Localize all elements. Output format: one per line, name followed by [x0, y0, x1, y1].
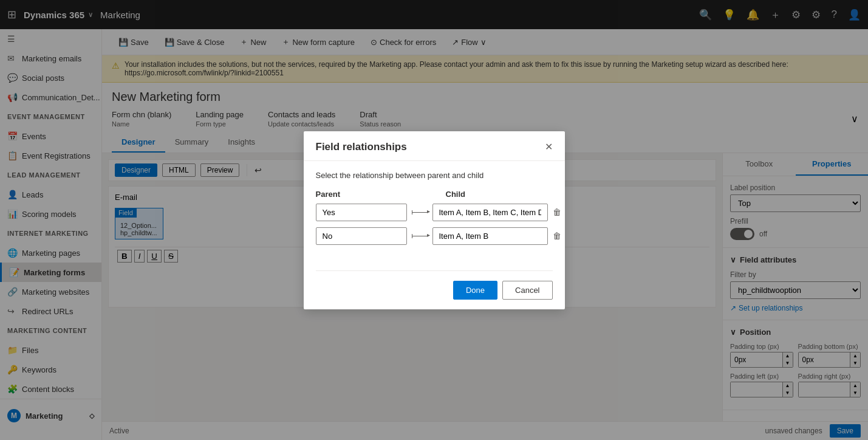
arrow-1 [412, 236, 428, 236]
modal-title: Field relationships [316, 141, 407, 153]
delete-spacer [535, 190, 553, 199]
arrow-line-1 [412, 236, 428, 236]
modal-divider [316, 270, 553, 271]
modal-overlay: Field relationships ✕ Select the relatio… [0, 0, 868, 440]
delete-row-1-button[interactable]: 🗑 [553, 231, 561, 241]
cancel-button[interactable]: Cancel [502, 281, 552, 300]
parent-header: Parent [316, 190, 413, 199]
arrow-line-0 [412, 212, 428, 213]
parent-input-0[interactable] [316, 204, 407, 221]
child-header: Child [446, 190, 530, 199]
arrow-0 [412, 212, 428, 213]
child-input-1[interactable] [432, 227, 548, 245]
delete-row-0-button[interactable]: 🗑 [553, 207, 561, 217]
arrow-spacer [418, 190, 441, 199]
modal-subtitle: Select the relationship between parent a… [316, 171, 553, 180]
relationship-row-1: 🗑 [316, 227, 553, 245]
modal-header: Field relationships ✕ [304, 131, 565, 161]
relationship-headers: Parent Child [316, 190, 553, 199]
parent-input-1[interactable] [316, 227, 407, 245]
modal-close-button[interactable]: ✕ [545, 141, 553, 153]
modal-body: Select the relationship between parent a… [304, 161, 565, 261]
field-relationships-modal: Field relationships ✕ Select the relatio… [304, 131, 565, 309]
child-input-0[interactable] [432, 204, 548, 221]
done-button[interactable]: Done [453, 281, 497, 300]
relationship-row-0: 🗑 [316, 204, 553, 221]
modal-footer: Done Cancel [304, 281, 565, 309]
